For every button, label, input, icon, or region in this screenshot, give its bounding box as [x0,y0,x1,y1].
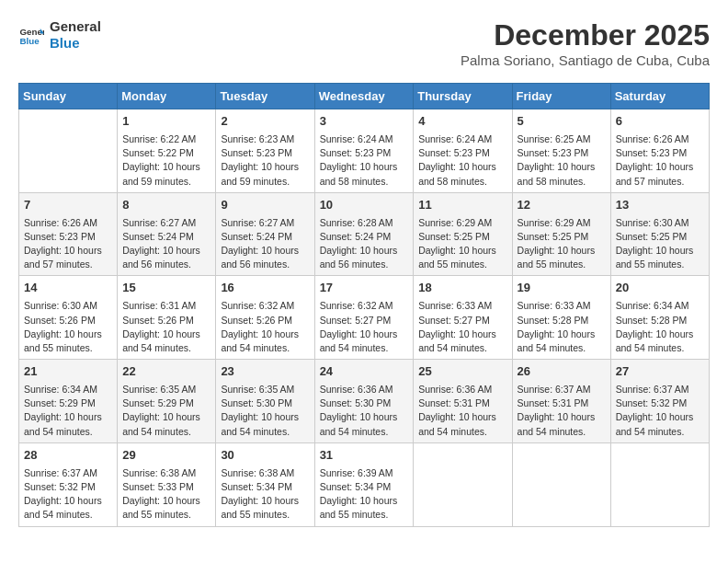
day-number: 31 [320,447,409,465]
day-info: Sunrise: 6:22 AM Sunset: 5:22 PM Dayligh… [122,132,210,189]
calendar-cell: 13Sunrise: 6:30 AM Sunset: 5:25 PM Dayli… [610,192,709,276]
calendar-cell: 17Sunrise: 6:32 AM Sunset: 5:27 PM Dayli… [314,276,414,360]
week-row-4: 21Sunrise: 6:34 AM Sunset: 5:29 PM Dayli… [19,360,710,443]
logo-line2: Blue [50,35,101,52]
calendar-table: SundayMondayTuesdayWednesdayThursdayFrid… [18,83,710,527]
calendar-cell [610,442,709,526]
calendar-cell: 27Sunrise: 6:37 AM Sunset: 5:32 PM Dayli… [610,360,709,443]
day-info: Sunrise: 6:32 AM Sunset: 5:27 PM Dayligh… [320,299,409,355]
day-number: 22 [122,363,210,381]
calendar-cell: 12Sunrise: 6:29 AM Sunset: 5:25 PM Dayli… [512,192,610,276]
day-number: 29 [122,447,210,465]
calendar-cell: 28Sunrise: 6:37 AM Sunset: 5:32 PM Dayli… [19,442,118,526]
calendar-cell: 5Sunrise: 6:25 AM Sunset: 5:23 PM Daylig… [512,109,610,193]
day-number: 25 [418,363,506,381]
day-number: 1 [122,113,210,131]
day-number: 3 [320,113,409,131]
calendar-cell: 15Sunrise: 6:31 AM Sunset: 5:26 PM Dayli… [118,276,216,360]
col-header-wednesday: Wednesday [314,84,414,109]
day-info: Sunrise: 6:26 AM Sunset: 5:23 PM Dayligh… [24,216,112,272]
day-number: 6 [616,113,704,131]
logo: General Blue General Blue [18,18,101,52]
day-number: 26 [518,363,606,381]
calendar-subtitle: Palma Soriano, Santiago de Cuba, Cuba [461,52,710,68]
calendar-cell [19,109,118,193]
day-number: 8 [122,197,210,214]
week-row-5: 28Sunrise: 6:37 AM Sunset: 5:32 PM Dayli… [19,442,710,526]
day-number: 5 [518,113,606,131]
day-number: 18 [418,280,506,297]
calendar-cell: 1Sunrise: 6:22 AM Sunset: 5:22 PM Daylig… [118,109,216,193]
day-info: Sunrise: 6:38 AM Sunset: 5:34 PM Dayligh… [221,466,309,523]
day-number: 28 [24,447,112,465]
calendar-cell [512,442,610,526]
day-info: Sunrise: 6:37 AM Sunset: 5:32 PM Dayligh… [24,466,112,523]
calendar-cell: 8Sunrise: 6:27 AM Sunset: 5:24 PM Daylig… [118,192,216,276]
day-info: Sunrise: 6:36 AM Sunset: 5:31 PM Dayligh… [418,383,506,439]
day-number: 7 [24,197,112,214]
col-header-saturday: Saturday [610,84,709,109]
day-info: Sunrise: 6:35 AM Sunset: 5:30 PM Dayligh… [221,383,309,439]
day-number: 4 [418,113,506,131]
day-info: Sunrise: 6:30 AM Sunset: 5:25 PM Dayligh… [616,216,704,272]
calendar-cell: 4Sunrise: 6:24 AM Sunset: 5:23 PM Daylig… [414,109,512,193]
day-number: 11 [418,197,506,214]
day-info: Sunrise: 6:23 AM Sunset: 5:23 PM Dayligh… [221,132,309,189]
day-info: Sunrise: 6:36 AM Sunset: 5:30 PM Dayligh… [320,383,409,439]
calendar-cell: 7Sunrise: 6:26 AM Sunset: 5:23 PM Daylig… [19,192,118,276]
day-info: Sunrise: 6:27 AM Sunset: 5:24 PM Dayligh… [221,216,309,272]
day-number: 19 [518,280,606,297]
day-info: Sunrise: 6:32 AM Sunset: 5:26 PM Dayligh… [221,299,309,355]
week-row-2: 7Sunrise: 6:26 AM Sunset: 5:23 PM Daylig… [19,192,710,276]
day-info: Sunrise: 6:34 AM Sunset: 5:29 PM Dayligh… [24,383,112,439]
day-number: 16 [221,280,309,297]
svg-text:Blue: Blue [19,36,40,46]
day-number: 20 [616,280,704,297]
col-header-sunday: Sunday [19,84,118,109]
day-info: Sunrise: 6:35 AM Sunset: 5:29 PM Dayligh… [122,383,210,439]
calendar-cell: 19Sunrise: 6:33 AM Sunset: 5:28 PM Dayli… [512,276,610,360]
day-number: 9 [221,197,309,214]
calendar-cell: 21Sunrise: 6:34 AM Sunset: 5:29 PM Dayli… [19,360,118,443]
calendar-cell: 11Sunrise: 6:29 AM Sunset: 5:25 PM Dayli… [414,192,512,276]
week-row-3: 14Sunrise: 6:30 AM Sunset: 5:26 PM Dayli… [19,276,710,360]
day-info: Sunrise: 6:29 AM Sunset: 5:25 PM Dayligh… [518,216,606,272]
calendar-title: December 2025 [461,18,710,52]
calendar-cell: 2Sunrise: 6:23 AM Sunset: 5:23 PM Daylig… [216,109,314,193]
calendar-cell: 14Sunrise: 6:30 AM Sunset: 5:26 PM Dayli… [19,276,118,360]
col-header-friday: Friday [512,84,610,109]
day-number: 24 [320,363,409,381]
day-number: 27 [616,363,704,381]
day-info: Sunrise: 6:24 AM Sunset: 5:23 PM Dayligh… [418,132,506,189]
logo-line1: General [50,18,101,35]
header-row: SundayMondayTuesdayWednesdayThursdayFrid… [19,84,710,109]
calendar-cell: 25Sunrise: 6:36 AM Sunset: 5:31 PM Dayli… [414,360,512,443]
calendar-cell: 22Sunrise: 6:35 AM Sunset: 5:29 PM Dayli… [118,360,216,443]
week-row-1: 1Sunrise: 6:22 AM Sunset: 5:22 PM Daylig… [19,109,710,193]
calendar-cell: 30Sunrise: 6:38 AM Sunset: 5:34 PM Dayli… [216,442,314,526]
day-info: Sunrise: 6:38 AM Sunset: 5:33 PM Dayligh… [122,466,210,523]
day-info: Sunrise: 6:37 AM Sunset: 5:31 PM Dayligh… [518,383,606,439]
logo-icon: General Blue [18,22,44,48]
header: General Blue General Blue December 2025 … [18,18,710,68]
calendar-cell: 10Sunrise: 6:28 AM Sunset: 5:24 PM Dayli… [314,192,414,276]
day-number: 2 [221,113,309,131]
calendar-cell: 18Sunrise: 6:33 AM Sunset: 5:27 PM Dayli… [414,276,512,360]
day-number: 14 [24,280,112,297]
day-number: 13 [616,197,704,214]
day-info: Sunrise: 6:39 AM Sunset: 5:34 PM Dayligh… [320,466,409,523]
calendar-cell: 24Sunrise: 6:36 AM Sunset: 5:30 PM Dayli… [314,360,414,443]
day-number: 17 [320,280,409,297]
day-info: Sunrise: 6:24 AM Sunset: 5:23 PM Dayligh… [320,132,409,189]
col-header-tuesday: Tuesday [216,84,314,109]
day-info: Sunrise: 6:33 AM Sunset: 5:27 PM Dayligh… [418,299,506,355]
day-number: 12 [518,197,606,214]
day-number: 30 [221,447,309,465]
calendar-cell: 16Sunrise: 6:32 AM Sunset: 5:26 PM Dayli… [216,276,314,360]
day-info: Sunrise: 6:25 AM Sunset: 5:23 PM Dayligh… [518,132,606,189]
day-number: 23 [221,363,309,381]
day-info: Sunrise: 6:31 AM Sunset: 5:26 PM Dayligh… [122,299,210,355]
title-area: December 2025 Palma Soriano, Santiago de… [461,18,710,68]
calendar-cell: 23Sunrise: 6:35 AM Sunset: 5:30 PM Dayli… [216,360,314,443]
calendar-cell [414,442,512,526]
